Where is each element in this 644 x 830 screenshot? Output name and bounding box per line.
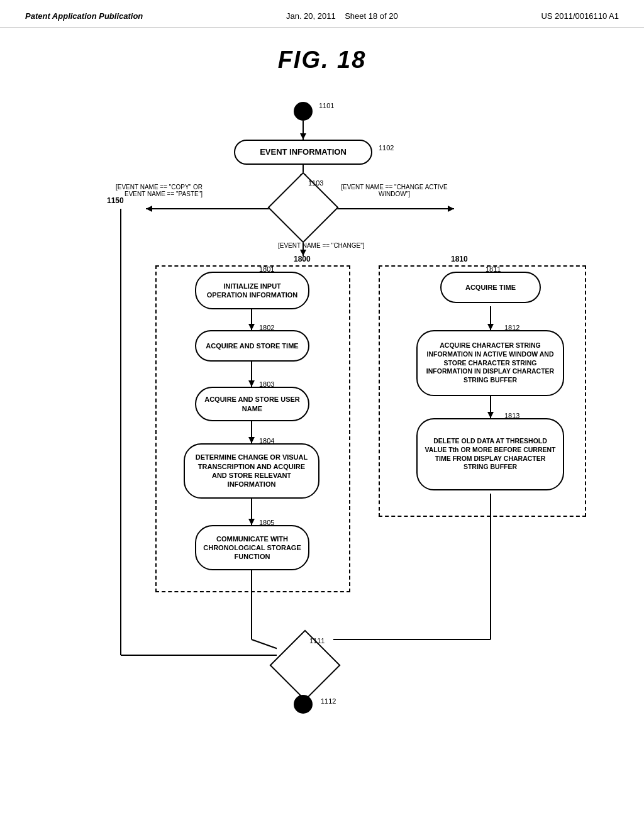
svg-marker-5 [146,206,152,212]
n1803-label: 1803 [259,380,274,388]
n1811-label: 1811 [486,265,501,273]
svg-marker-9 [448,206,454,212]
box-1812: ACQUIRE CHARACTER STRING INFORMATION IN … [416,330,564,396]
event-copy-label: [EVENT NAME == "COPY" OREVENT NAME == "P… [77,184,203,197]
n1810-label: 1810 [451,255,468,263]
start-circle [294,102,313,121]
n1801-label: 1801 [259,265,274,273]
page-header: Patent Application Publication Jan. 20, … [0,0,644,28]
n1150-label: 1150 [107,196,124,205]
n1802-label: 1802 [259,324,274,331]
n1102-label: 1102 [379,144,394,152]
publication-label: Patent Application Publication [25,11,143,21]
n1805-label: 1805 [259,519,274,526]
patent-number: US 2011/0016110 A1 [541,11,619,21]
box-1805: COMMUNICATE WITH CHRONOLOGICAL STORAGE F… [195,525,309,570]
box-1804: DETERMINE CHANGE OR VISUAL TRANSCRIPTION… [184,443,319,499]
box-1801: INITIALIZE INPUT OPERATION INFORMATION [195,272,309,309]
box-1813: DELETE OLD DATA AT THRESHOLD VALUE Tth O… [416,418,564,490]
n1813-label: 1813 [504,412,519,419]
svg-marker-1 [300,133,306,140]
n1804-label: 1804 [259,437,274,445]
end-circle [294,695,313,714]
box-1803: ACQUIRE AND STORE USER NAME [195,387,309,421]
n1103-label: 1103 [308,179,323,187]
diamond-1111 [277,637,333,694]
n1111-label: 1111 [309,637,325,645]
diamond-1103 [275,179,331,236]
event-information-box: EVENT INFORMATION [234,140,372,165]
figure-title: FIG. 18 [0,47,644,74]
n1812-label: 1812 [504,324,519,331]
box-1811: ACQUIRE TIME [440,272,541,303]
n1112-label: 1112 [321,697,336,705]
date-label: Jan. 20, 2011 Sheet 18 of 20 [286,11,398,21]
n1101-label: 1101 [319,102,334,109]
event-change-window-label: [EVENT NAME == "CHANGE ACTIVE WINDOW"] [331,184,457,197]
event-change-label: [EVENT NAME == "CHANGE"] [278,242,365,249]
box-1802: ACQUIRE AND STORE TIME [195,330,309,362]
diagram-container: 1101 EVENT INFORMATION 1102 1103 [EVENT … [39,86,605,797]
n1800-label: 1800 [294,255,311,263]
